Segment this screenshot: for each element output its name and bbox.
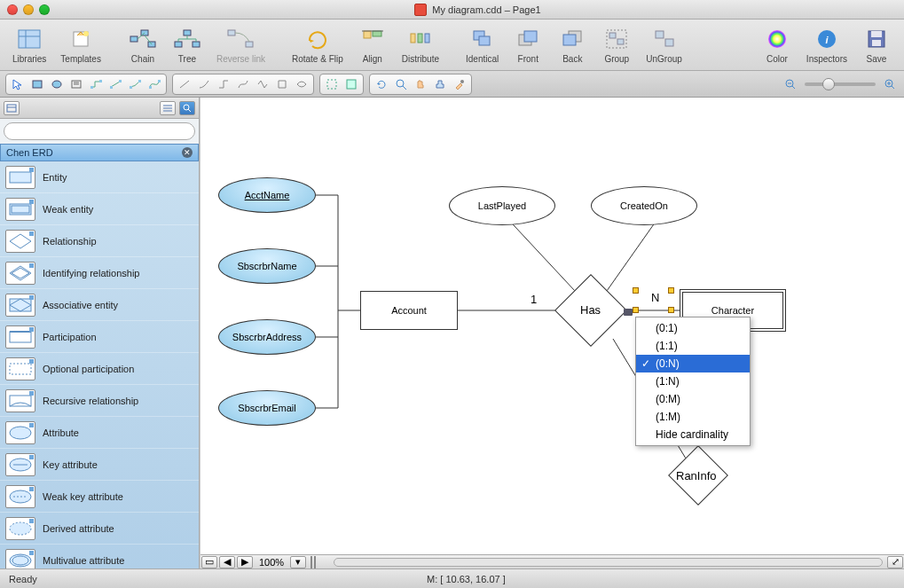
attr-createdon[interactable]: CreatedOn (591, 186, 697, 225)
library-item[interactable]: Entity (0, 161, 199, 193)
zoom-slider[interactable] (805, 82, 876, 86)
fit-page-icon[interactable]: ⤢ (887, 556, 903, 568)
eyedrop-tool[interactable] (451, 76, 468, 92)
save-button[interactable]: Save (856, 24, 897, 66)
line-tool-3[interactable] (215, 76, 232, 92)
attr-sbscbraddress[interactable]: SbscrbrAddress (218, 319, 316, 355)
rotate-flip-button[interactable]: Rotate & Flip (287, 24, 349, 66)
menu-item[interactable]: (1:1) (636, 337, 750, 355)
sidebar-view-2[interactable] (160, 101, 176, 115)
menu-item[interactable]: (0:1) (636, 319, 750, 337)
connector-tool-3[interactable] (126, 76, 144, 92)
rel-raninfo-label: RanInfo (676, 469, 717, 482)
zoom-dropdown-icon[interactable]: ▾ (290, 556, 306, 568)
group-button[interactable]: Group (596, 24, 637, 66)
library-item[interactable]: Multivalue attribute (0, 545, 199, 568)
library-item[interactable]: Identifying relationship (0, 257, 199, 289)
sidebar-search-tab[interactable] (179, 101, 195, 115)
handle-se[interactable] (668, 307, 674, 313)
menu-item[interactable]: (0:M) (636, 390, 750, 408)
chain-button[interactable]: Chain (122, 24, 163, 66)
library-item[interactable]: Attribute (0, 417, 199, 449)
line-tool-6[interactable] (273, 76, 291, 92)
library-item[interactable]: Weak key attribute (0, 481, 199, 513)
canvas[interactable]: AcctName SbscrbrName SbscrbrAddress Sbsc… (200, 98, 904, 568)
library-item[interactable]: Weak entity (0, 193, 199, 225)
attr-lastplayed[interactable]: LastPlayed (449, 186, 555, 225)
rel-has-label: Has (580, 303, 601, 317)
zoom-tool[interactable] (392, 76, 410, 92)
close-library-icon[interactable]: ✕ (182, 147, 193, 158)
library-item-label: Relationship (43, 236, 97, 247)
reverse-link-button[interactable]: Reverse link (211, 24, 271, 66)
connector-tool-2[interactable] (106, 76, 124, 92)
hand-tool[interactable] (412, 76, 429, 92)
entity-account[interactable]: Account (360, 291, 458, 330)
attr-sbscbremail[interactable]: SbscrbrEmail (218, 390, 316, 426)
library-item[interactable]: Associative entity (0, 289, 199, 321)
menu-item[interactable]: (0:N) (636, 355, 750, 372)
rect-tool[interactable] (28, 76, 46, 92)
handle-nw[interactable] (633, 287, 639, 294)
library-item[interactable]: Derived attribute (0, 513, 199, 545)
library-header[interactable]: Chen ERD✕ (0, 144, 199, 161)
select-tool-2[interactable] (342, 76, 360, 92)
svg-point-81 (10, 522, 31, 535)
tree-button[interactable]: Tree (167, 24, 208, 66)
zoom-in-button[interactable] (881, 76, 899, 92)
attr-acctname[interactable]: AcctName (218, 177, 316, 213)
attr-sbscbrname[interactable]: SbscrbrName (218, 248, 316, 284)
library-name: Chen ERD (6, 147, 53, 158)
page-mode-icon[interactable]: ▭ (201, 556, 217, 568)
back-button[interactable]: Back (552, 24, 593, 66)
ellipse-tool[interactable] (48, 76, 66, 92)
handle-ne[interactable] (668, 287, 674, 294)
refresh-tool[interactable] (373, 76, 390, 92)
menu-item[interactable]: Hide cardinality (636, 426, 750, 443)
close-window-button[interactable] (7, 4, 18, 15)
pointer-tool[interactable] (9, 76, 27, 92)
connector-tool-1[interactable] (87, 76, 105, 92)
smart-tag-icon[interactable] (624, 309, 633, 316)
cardinality-n[interactable]: N (651, 291, 659, 304)
line-tool-2[interactable] (195, 76, 213, 92)
library-item[interactable]: Relationship (0, 225, 199, 257)
minimize-window-button[interactable] (23, 4, 34, 15)
next-page-button[interactable]: ▶ (237, 556, 253, 568)
cardinality-1[interactable]: 1 (531, 293, 537, 306)
connector-tool-4[interactable] (145, 76, 163, 92)
zoom-value[interactable]: 100% (254, 557, 289, 568)
library-search-input[interactable] (4, 122, 195, 140)
templates-button[interactable]: Templates (55, 24, 106, 66)
stamp-tool[interactable] (431, 76, 449, 92)
handle-sw[interactable] (633, 307, 639, 313)
align-button[interactable]: Align (352, 24, 393, 66)
ungroup-button[interactable]: UnGroup (641, 24, 688, 66)
zoom-out-button[interactable] (782, 76, 799, 92)
zoom-window-button[interactable] (39, 4, 50, 15)
library-item[interactable]: Participation (0, 321, 199, 353)
splitter-icon[interactable] (311, 556, 326, 568)
sidebar-view-1[interactable] (4, 101, 20, 115)
menu-item[interactable]: (1:M) (636, 408, 750, 426)
line-tool-5[interactable] (254, 76, 271, 92)
svg-rect-0 (19, 30, 40, 48)
line-tool-1[interactable] (176, 76, 193, 92)
library-item-label: Participation (43, 332, 97, 342)
inspectors-button[interactable]: iInspectors (801, 24, 853, 66)
prev-page-button[interactable]: ◀ (219, 556, 235, 568)
library-item[interactable]: Key attribute (0, 449, 199, 481)
library-item[interactable]: Recursive relationship (0, 385, 199, 417)
text-tool[interactable] (67, 76, 85, 92)
front-button[interactable]: Front (507, 24, 548, 66)
menu-item[interactable]: (1:N) (636, 372, 750, 390)
color-button[interactable]: Color (757, 24, 798, 66)
libraries-button[interactable]: Libraries (7, 24, 51, 66)
distribute-button[interactable]: Distribute (397, 24, 444, 66)
library-item[interactable]: Optional participation (0, 353, 199, 385)
line-tool-7[interactable] (293, 76, 311, 92)
line-tool-4[interactable] (234, 76, 252, 92)
identical-button[interactable]: Identical (460, 24, 504, 66)
horizontal-scrollbar[interactable]: ▭ ◀ ▶ 100% ▾ ⤢ (200, 554, 904, 568)
select-tool-1[interactable] (323, 76, 341, 92)
